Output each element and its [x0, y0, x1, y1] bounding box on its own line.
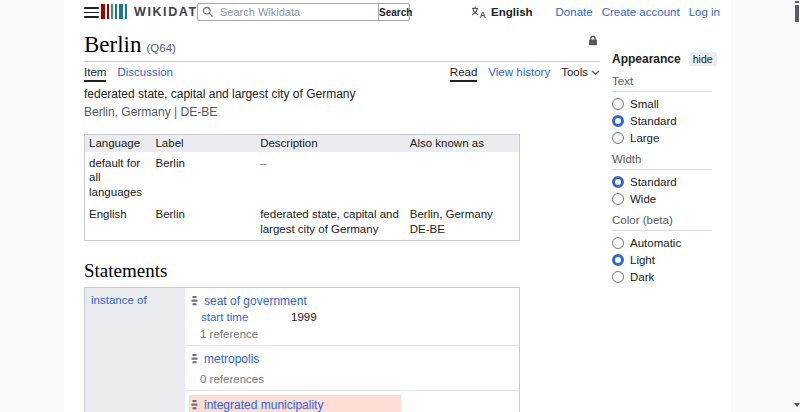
user-link-donate[interactable]: Donate	[556, 6, 593, 18]
tab-bar: ItemDiscussion ReadView historyTools	[84, 62, 600, 80]
appearance-hide-button[interactable]: hide	[689, 52, 717, 66]
cell-also-known-as	[406, 152, 520, 203]
search-button[interactable]: Search	[378, 3, 410, 21]
statement-mainsnak: metropolis	[189, 350, 519, 368]
radio-label: Standard	[630, 176, 677, 188]
cell-label: Berlin	[151, 203, 256, 240]
radio-option-width-standard[interactable]: Standard	[612, 176, 712, 188]
statement-value-link[interactable]: integrated municipality	[204, 398, 323, 412]
search-box: Search	[197, 3, 410, 21]
table-row: English Berlin federated state, capital …	[85, 203, 520, 240]
radio-icon[interactable]	[612, 237, 624, 249]
radio-option-color-beta-dark[interactable]: Dark	[612, 271, 712, 283]
language-selector[interactable]: A English	[471, 6, 533, 18]
statement-property-cell: instance of	[85, 288, 185, 412]
qualifier-property-link[interactable]: start time	[201, 311, 291, 323]
chevron-down-icon	[591, 70, 600, 76]
vertical-scrollbar[interactable]	[794, 0, 800, 412]
tabs-left: ItemDiscussion	[84, 66, 184, 80]
statement-value-link[interactable]: metropolis	[204, 352, 259, 366]
column-header-description: Description	[256, 135, 406, 153]
user-link-create-account[interactable]: Create account	[602, 6, 680, 18]
statement-mainsnak: integrated municipality	[189, 395, 401, 412]
radio-icon[interactable]	[612, 98, 624, 110]
menu-icon[interactable]	[84, 7, 99, 18]
appearance-section-label: Text	[612, 75, 712, 92]
property-link-instance-of[interactable]: instance of	[91, 294, 147, 306]
column-header-label: Label	[151, 135, 256, 153]
radio-icon[interactable]	[612, 176, 624, 188]
radio-icon[interactable]	[612, 271, 624, 283]
column-header-language: Language	[85, 135, 152, 153]
content-area: Berlin(Q64) ItemDiscussion ReadView hist…	[64, 26, 620, 412]
radio-option-color-beta-light[interactable]: Light	[612, 254, 712, 266]
radio-icon[interactable]	[612, 193, 624, 205]
statement: integrated municipality 1 reference	[185, 390, 519, 412]
entity-aliases: Berlin, Germany | DE-BE	[84, 105, 600, 119]
statement-group: instance of seat of government start tim…	[84, 287, 520, 412]
tab-discussion[interactable]: Discussion	[117, 66, 173, 78]
radio-option-text-standard[interactable]: Standard	[612, 115, 712, 127]
scrollbar-down-arrow-icon[interactable]	[794, 403, 800, 410]
appearance-section-label: Width	[612, 153, 712, 170]
cell-also-known-as: Berlin, GermanyDE-BE	[406, 203, 520, 240]
rank-icon[interactable]	[191, 353, 198, 365]
radio-label: Standard	[630, 115, 677, 127]
statement-references-toggle[interactable]: 1 reference	[200, 328, 519, 340]
page-title: Berlin	[84, 32, 142, 57]
radio-label: Small	[630, 98, 659, 110]
table-row: default for all languages Berlin –	[85, 152, 520, 203]
cell-label: Berlin	[151, 152, 256, 203]
rank-icon[interactable]	[191, 399, 198, 411]
statement: metropolis 0 references	[185, 345, 519, 390]
qualifier-value: 1999	[291, 311, 317, 323]
language-label: English	[491, 6, 533, 18]
language-icon: A	[471, 6, 487, 18]
appearance-section: Width Standard Wide	[612, 153, 712, 205]
radio-option-color-beta-automatic[interactable]: Automatic	[612, 237, 712, 249]
radio-icon[interactable]	[612, 132, 624, 144]
terms-table: LanguageLabelDescriptionAlso known as de…	[84, 134, 520, 241]
radio-icon[interactable]	[612, 115, 624, 127]
radio-option-text-large[interactable]: Large	[612, 132, 712, 144]
radio-label: Light	[630, 254, 655, 266]
appearance-section: Color (beta) Automatic Light Dark	[612, 214, 712, 283]
statement-claims: seat of government start time 1999 1 ref…	[185, 288, 519, 412]
appearance-section: Text Small Standard Large	[612, 75, 712, 144]
search-input[interactable]	[197, 3, 379, 21]
tabs-right: ReadView historyTools	[450, 66, 600, 80]
scrollbar-thumb[interactable]	[795, 5, 799, 22]
scrollbar-up-arrow[interactable]	[795, 1, 799, 3]
cell-language: English	[85, 203, 152, 240]
topbar: WIKIDATA Search A English Donat	[64, 0, 731, 26]
search-icon	[202, 6, 214, 18]
tab-read[interactable]: Read	[450, 66, 478, 82]
appearance-panel: Appearance hide Text Small Standard Larg…	[612, 52, 712, 288]
user-link-log-in[interactable]: Log in	[689, 6, 720, 18]
page: WIKIDATA Search A English Donat	[64, 0, 731, 412]
statements-heading: Statements	[84, 260, 600, 282]
entity-id: (Q64)	[147, 42, 176, 54]
cell-description: federated state, capital and largest cit…	[256, 203, 406, 240]
statement-references-toggle[interactable]: 0 references	[200, 373, 519, 385]
wikidata-logo[interactable]: WIKIDATA	[101, 4, 207, 19]
statements-list: instance of seat of government start tim…	[84, 287, 600, 412]
protection-lock-icon	[588, 35, 598, 49]
svg-text:A: A	[480, 10, 487, 18]
radio-icon[interactable]	[612, 254, 624, 266]
column-header-also-known-as: Also known as	[406, 135, 520, 153]
wikidata-logo-barcode-icon	[101, 4, 129, 19]
appearance-title: Appearance	[612, 52, 681, 66]
entity-description: federated state, capital and largest cit…	[84, 87, 600, 101]
radio-label: Dark	[630, 271, 654, 283]
radio-label: Large	[630, 132, 659, 144]
statement-value-link[interactable]: seat of government	[204, 294, 307, 308]
tab-tools[interactable]: Tools	[561, 66, 600, 78]
radio-option-width-wide[interactable]: Wide	[612, 193, 712, 205]
radio-label: Automatic	[630, 237, 681, 249]
tab-view-history[interactable]: View history	[488, 66, 550, 78]
radio-option-text-small[interactable]: Small	[612, 98, 712, 110]
rank-icon[interactable]	[191, 295, 198, 307]
user-links: A English DonateCreate accountLog in	[471, 6, 720, 18]
tab-item[interactable]: Item	[84, 66, 106, 82]
